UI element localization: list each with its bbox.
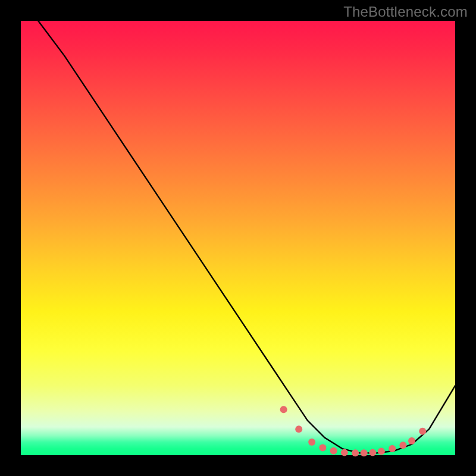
marker-dot (341, 449, 348, 456)
marker-dot (295, 425, 302, 433)
marker-dot (319, 444, 326, 452)
plot-area (21, 21, 455, 455)
chart-svg (21, 21, 455, 455)
marker-dot (361, 449, 368, 456)
brand-watermark: TheBottleneck.com (343, 4, 468, 20)
marker-dot (378, 447, 385, 455)
marker-dot (408, 437, 415, 444)
marker-dot (308, 439, 315, 446)
marker-dot (280, 406, 287, 413)
marker-dot (399, 441, 406, 449)
marker-dot (352, 449, 359, 456)
marker-dot (419, 428, 426, 435)
main-curve (38, 21, 455, 453)
marker-dot (330, 447, 337, 455)
marker-dot (369, 449, 376, 456)
marker-dot (389, 445, 396, 452)
chart-stage: TheBottleneck.com (0, 0, 476, 476)
curve-layer (38, 21, 455, 453)
marker-dots (280, 406, 427, 456)
